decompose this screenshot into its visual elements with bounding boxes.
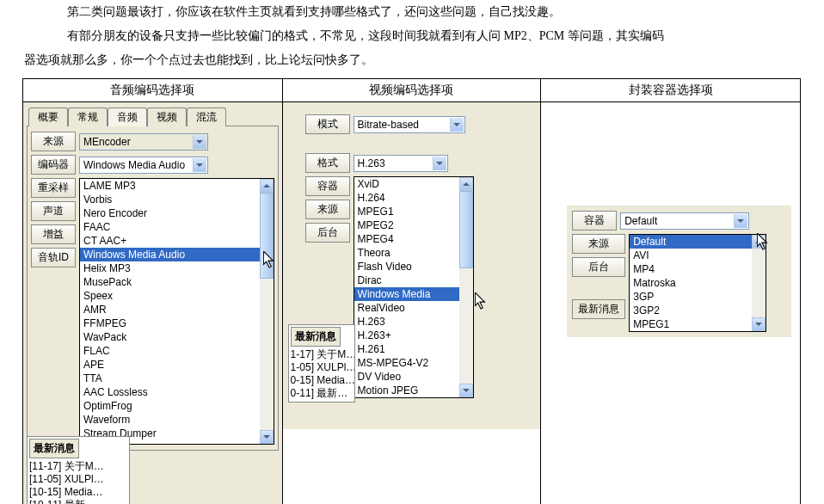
source-button[interactable]: 来源 <box>572 234 625 254</box>
scroll-down-icon[interactable] <box>752 317 766 331</box>
dropdown-option[interactable]: H.263 <box>354 315 459 329</box>
background-button[interactable]: 后台 <box>572 257 625 277</box>
dropdown-option[interactable]: DV Video <box>354 370 459 384</box>
header-audio: 音频编码选择项 <box>23 79 283 102</box>
dropdown-option[interactable]: H.261 <box>354 342 459 356</box>
dropdown-option[interactable]: H.264 <box>354 191 459 205</box>
container-dropdown[interactable]: DefaultAVIMP4Matroska3GP3GP2MPEG1 <box>629 234 766 332</box>
audio-panel: 概要 常规 音频 视频 混流 来源 MEncoder 编码器 Windows M… <box>23 102 282 504</box>
dropdown-option[interactable]: Flash Video <box>354 260 459 274</box>
dropdown-option[interactable]: LAME MP3 <box>80 179 260 193</box>
scroll-thumb[interactable] <box>459 191 473 268</box>
paragraph-2b: 器选项就那么多，你一个个点过去也能找到，比上论坛问快多了。 <box>0 48 824 72</box>
dropdown-option[interactable]: FLAC <box>80 344 260 358</box>
video-format-dropdown[interactable]: XviDH.264MPEG1MPEG2MPEG4TheoraFlash Vide… <box>354 176 474 398</box>
container-combo[interactable]: Default <box>620 212 749 230</box>
scroll-thumb[interactable] <box>260 193 274 279</box>
dropdown-option[interactable]: RealVideo <box>354 301 459 315</box>
tab-common[interactable]: 常规 <box>68 108 108 126</box>
mode-combo[interactable]: Bitrate-based <box>354 116 465 133</box>
scroll-down-icon[interactable] <box>459 384 473 397</box>
dropdown-option[interactable]: MS-MPEG4-V2 <box>354 356 459 370</box>
dropdown-option[interactable]: Matroska <box>630 276 752 290</box>
source-combo[interactable]: MEncoder <box>79 133 208 151</box>
news-item[interactable]: [11-17] 关于M… <box>29 460 127 473</box>
dropdown-option[interactable]: Helix MP3 <box>80 261 260 275</box>
dropdown-option[interactable]: OptimFrog <box>80 399 260 413</box>
channel-button[interactable]: 声道 <box>31 201 76 221</box>
tab-summary[interactable]: 概要 <box>28 108 68 126</box>
scrollbar[interactable] <box>752 235 766 331</box>
dropdown-option[interactable]: MPEG1 <box>630 317 752 331</box>
dropdown-option[interactable]: XviD <box>354 177 459 191</box>
news-item[interactable]: 0-11] 最新… <box>291 387 353 400</box>
dropdown-option[interactable]: FFMPEG <box>80 317 260 330</box>
dropdown-option[interactable]: Motion JPEG <box>354 384 459 397</box>
tab-audio[interactable]: 音频 <box>108 108 147 126</box>
source-button[interactable]: 来源 <box>305 200 350 219</box>
options-table: 音频编码选择项 视频编码选择项 封装容器选择项 概要 常规 音频 视频 混流 来… <box>22 78 801 504</box>
dropdown-option[interactable]: MP4 <box>630 262 752 276</box>
source-button[interactable]: 来源 <box>31 132 76 151</box>
dropdown-option[interactable]: AMR <box>80 303 260 317</box>
audio-tab-body: 来源 MEncoder 编码器 Windows Media Audio 重采样 … <box>27 126 279 451</box>
news-item[interactable]: 1-05] XULPl… <box>291 361 353 374</box>
dropdown-option[interactable]: Waveform <box>80 413 260 427</box>
tab-video[interactable]: 视频 <box>147 108 187 126</box>
trackid-button[interactable]: 音轨ID <box>31 248 76 267</box>
dropdown-option[interactable]: Windows Media <box>354 287 459 301</box>
news-label: 最新消息 <box>572 299 625 319</box>
container-button[interactable]: 容器 <box>572 211 617 230</box>
container-button[interactable]: 容器 <box>305 176 350 196</box>
audio-tabs: 概要 常规 音频 视频 混流 <box>27 106 279 126</box>
dropdown-option[interactable]: 3GP <box>630 290 752 304</box>
news-item[interactable]: [11-05] XULPl… <box>29 473 127 486</box>
gain-button[interactable]: 增益 <box>31 224 76 244</box>
dropdown-option[interactable]: WavPack <box>80 330 260 344</box>
dropdown-option[interactable]: APE <box>80 358 260 372</box>
dropdown-option[interactable]: 3GP2 <box>630 304 752 317</box>
background-button[interactable]: 后台 <box>305 223 350 243</box>
dropdown-option[interactable]: Nero Encoder <box>80 206 260 220</box>
dropdown-option[interactable]: H.263+ <box>354 329 459 342</box>
news-item[interactable]: 0-15] Media… <box>291 374 353 387</box>
format-combo[interactable]: H.263 <box>354 155 448 172</box>
news-item[interactable]: [10-15] Media… <box>29 486 127 499</box>
news-label: 最新消息 <box>291 327 341 347</box>
audio-encoder-dropdown[interactable]: LAME MP3VorbisNero EncoderFAACCT AAC+Win… <box>79 178 274 445</box>
scrollbar[interactable] <box>459 177 473 397</box>
news-label: 最新消息 <box>29 439 79 458</box>
container-panel: 容器 Default 来源 后台 最新消息 DefaultAVIMP4Matro… <box>541 102 800 429</box>
header-video: 视频编码选择项 <box>282 79 541 102</box>
news-item[interactable]: [10-11] 最新… <box>29 499 127 504</box>
dropdown-option[interactable]: Speex <box>80 289 260 303</box>
dropdown-option[interactable]: MusePack <box>80 275 260 289</box>
tab-mux[interactable]: 混流 <box>187 108 226 126</box>
video-panel: 模式 Bitrate-based 格式 H.263 容器 来源 后台 XviDH… <box>283 102 541 429</box>
dropdown-option[interactable]: Vorbis <box>80 193 260 206</box>
dropdown-option[interactable]: MPEG4 <box>354 232 459 246</box>
resample-button[interactable]: 重采样 <box>31 178 76 198</box>
mode-button[interactable]: 模式 <box>305 114 350 134</box>
encoder-combo[interactable]: Windows Media Audio <box>79 157 208 174</box>
cursor-icon <box>475 292 487 310</box>
dropdown-option[interactable]: AAC Lossless <box>80 385 260 399</box>
dropdown-option[interactable]: Windows Media Audio <box>80 248 260 261</box>
scroll-up-icon[interactable] <box>752 235 766 249</box>
news-item[interactable]: 1-17] 关于M… <box>291 348 353 361</box>
dropdown-option[interactable]: MPEG1 <box>354 205 459 218</box>
scroll-down-icon[interactable] <box>260 430 274 444</box>
dropdown-option[interactable]: Dirac <box>354 274 459 287</box>
format-button[interactable]: 格式 <box>305 153 350 173</box>
scrollbar[interactable] <box>260 179 274 444</box>
dropdown-option[interactable]: MPEG2 <box>354 218 459 232</box>
dropdown-option[interactable]: FAAC <box>80 220 260 234</box>
dropdown-option[interactable]: AVI <box>630 249 752 262</box>
encoder-button[interactable]: 编码器 <box>31 155 76 175</box>
dropdown-option[interactable]: Theora <box>354 246 459 260</box>
dropdown-option[interactable]: TTA <box>80 372 260 385</box>
scroll-up-icon[interactable] <box>459 177 473 191</box>
scroll-up-icon[interactable] <box>260 179 274 193</box>
dropdown-option[interactable]: CT AAC+ <box>80 234 260 248</box>
dropdown-option[interactable]: Default <box>630 235 752 249</box>
